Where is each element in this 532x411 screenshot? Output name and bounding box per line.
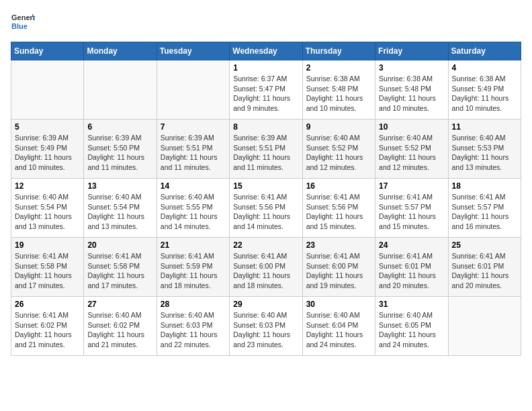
day-number: 14 [161, 181, 226, 191]
calendar-cell: 20Sunrise: 6:41 AMSunset: 5:58 PMDayligh… [84, 238, 157, 297]
day-info: Sunrise: 6:41 AMSunset: 5:56 PMDaylight:… [306, 192, 371, 232]
weekday-header-sunday: Sunday [11, 42, 84, 60]
calendar-cell: 13Sunrise: 6:40 AMSunset: 5:54 PMDayligh… [84, 179, 157, 238]
day-info: Sunrise: 6:37 AMSunset: 5:47 PMDaylight:… [233, 74, 298, 113]
calendar-cell [11, 60, 84, 120]
day-number: 1 [233, 63, 298, 73]
weekday-header-wednesday: Wednesday [230, 42, 302, 60]
calendar-cell: 18Sunrise: 6:41 AMSunset: 5:57 PMDayligh… [448, 179, 521, 238]
day-info: Sunrise: 6:39 AMSunset: 5:51 PMDaylight:… [161, 133, 226, 173]
day-info: Sunrise: 6:38 AMSunset: 5:48 PMDaylight:… [379, 74, 444, 113]
calendar-week-row: 12Sunrise: 6:40 AMSunset: 5:54 PMDayligh… [11, 179, 521, 238]
day-number: 28 [161, 300, 226, 309]
day-number: 30 [306, 300, 371, 309]
day-info: Sunrise: 6:40 AMSunset: 6:04 PMDaylight:… [306, 310, 371, 350]
day-number: 27 [87, 300, 152, 309]
weekday-header-monday: Monday [84, 42, 157, 60]
calendar-cell: 10Sunrise: 6:40 AMSunset: 5:52 PMDayligh… [375, 120, 448, 179]
day-number: 4 [452, 63, 517, 73]
day-number: 26 [15, 300, 80, 309]
calendar-cell: 3Sunrise: 6:38 AMSunset: 5:48 PMDaylight… [375, 60, 448, 120]
weekday-header-saturday: Saturday [448, 42, 521, 60]
calendar-week-row: 1Sunrise: 6:37 AMSunset: 5:47 PMDaylight… [11, 60, 521, 120]
day-number: 22 [233, 240, 298, 250]
day-number: 23 [306, 240, 371, 250]
day-info: Sunrise: 6:38 AMSunset: 5:48 PMDaylight:… [306, 74, 371, 113]
day-number: 15 [233, 181, 298, 191]
day-info: Sunrise: 6:41 AMSunset: 6:02 PMDaylight:… [15, 310, 80, 350]
day-number: 24 [379, 240, 444, 250]
calendar-week-row: 19Sunrise: 6:41 AMSunset: 5:58 PMDayligh… [11, 238, 521, 297]
day-number: 31 [379, 300, 444, 309]
day-number: 25 [452, 240, 517, 250]
calendar-cell: 30Sunrise: 6:40 AMSunset: 6:04 PMDayligh… [302, 297, 375, 356]
day-info: Sunrise: 6:41 AMSunset: 5:57 PMDaylight:… [452, 192, 517, 232]
day-info: Sunrise: 6:40 AMSunset: 6:02 PMDaylight:… [87, 310, 152, 350]
day-info: Sunrise: 6:41 AMSunset: 6:01 PMDaylight:… [379, 251, 444, 291]
day-number: 13 [87, 181, 152, 191]
day-number: 21 [161, 240, 226, 250]
page-header: General Blue [11, 11, 521, 35]
calendar-table: SundayMondayTuesdayWednesdayThursdayFrid… [11, 42, 521, 356]
day-number: 12 [15, 181, 80, 191]
calendar-cell: 26Sunrise: 6:41 AMSunset: 6:02 PMDayligh… [11, 297, 84, 356]
day-info: Sunrise: 6:40 AMSunset: 5:55 PMDaylight:… [161, 192, 226, 232]
day-number: 18 [452, 181, 517, 191]
day-number: 29 [233, 300, 298, 309]
calendar-cell: 4Sunrise: 6:38 AMSunset: 5:49 PMDaylight… [448, 60, 521, 120]
calendar-cell: 28Sunrise: 6:40 AMSunset: 6:03 PMDayligh… [157, 297, 229, 356]
calendar-cell: 2Sunrise: 6:38 AMSunset: 5:48 PMDaylight… [302, 60, 375, 120]
day-info: Sunrise: 6:41 AMSunset: 5:59 PMDaylight:… [161, 251, 226, 291]
calendar-cell: 24Sunrise: 6:41 AMSunset: 6:01 PMDayligh… [375, 238, 448, 297]
day-number: 10 [379, 122, 444, 132]
calendar-cell: 14Sunrise: 6:40 AMSunset: 5:55 PMDayligh… [157, 179, 229, 238]
calendar-cell: 25Sunrise: 6:41 AMSunset: 6:01 PMDayligh… [448, 238, 521, 297]
logo-svg: General Blue [11, 11, 35, 35]
calendar-cell: 1Sunrise: 6:37 AMSunset: 5:47 PMDaylight… [230, 60, 302, 120]
day-info: Sunrise: 6:40 AMSunset: 5:52 PMDaylight:… [306, 133, 371, 173]
svg-text:General: General [11, 13, 35, 21]
calendar-cell: 27Sunrise: 6:40 AMSunset: 6:02 PMDayligh… [84, 297, 157, 356]
calendar-cell: 17Sunrise: 6:41 AMSunset: 5:57 PMDayligh… [375, 179, 448, 238]
calendar-cell [448, 297, 521, 356]
calendar-cell [157, 60, 229, 120]
calendar-cell: 29Sunrise: 6:40 AMSunset: 6:03 PMDayligh… [230, 297, 302, 356]
day-info: Sunrise: 6:39 AMSunset: 5:51 PMDaylight:… [233, 133, 298, 173]
calendar-week-row: 26Sunrise: 6:41 AMSunset: 6:02 PMDayligh… [11, 297, 521, 356]
day-info: Sunrise: 6:40 AMSunset: 6:05 PMDaylight:… [379, 310, 444, 350]
day-number: 19 [15, 240, 80, 250]
calendar-cell: 19Sunrise: 6:41 AMSunset: 5:58 PMDayligh… [11, 238, 84, 297]
weekday-header-row: SundayMondayTuesdayWednesdayThursdayFrid… [11, 42, 521, 60]
day-number: 5 [15, 122, 80, 132]
day-info: Sunrise: 6:41 AMSunset: 5:57 PMDaylight:… [379, 192, 444, 232]
day-info: Sunrise: 6:39 AMSunset: 5:49 PMDaylight:… [15, 133, 80, 173]
day-info: Sunrise: 6:41 AMSunset: 6:00 PMDaylight:… [306, 251, 371, 291]
calendar-cell: 7Sunrise: 6:39 AMSunset: 5:51 PMDaylight… [157, 120, 229, 179]
day-number: 9 [306, 122, 371, 132]
calendar-cell: 12Sunrise: 6:40 AMSunset: 5:54 PMDayligh… [11, 179, 84, 238]
calendar-cell: 11Sunrise: 6:40 AMSunset: 5:53 PMDayligh… [448, 120, 521, 179]
logo: General Blue [11, 11, 35, 35]
day-number: 7 [161, 122, 226, 132]
calendar-cell: 16Sunrise: 6:41 AMSunset: 5:56 PMDayligh… [302, 179, 375, 238]
day-info: Sunrise: 6:41 AMSunset: 5:58 PMDaylight:… [15, 251, 80, 291]
calendar-week-row: 5Sunrise: 6:39 AMSunset: 5:49 PMDaylight… [11, 120, 521, 179]
weekday-header-tuesday: Tuesday [157, 42, 229, 60]
calendar-cell: 23Sunrise: 6:41 AMSunset: 6:00 PMDayligh… [302, 238, 375, 297]
calendar-cell: 6Sunrise: 6:39 AMSunset: 5:50 PMDaylight… [84, 120, 157, 179]
day-number: 16 [306, 181, 371, 191]
weekday-header-thursday: Thursday [302, 42, 375, 60]
day-info: Sunrise: 6:40 AMSunset: 6:03 PMDaylight:… [161, 310, 226, 350]
day-number: 11 [452, 122, 517, 132]
day-info: Sunrise: 6:40 AMSunset: 5:54 PMDaylight:… [87, 192, 152, 232]
day-info: Sunrise: 6:40 AMSunset: 5:52 PMDaylight:… [379, 133, 444, 173]
weekday-header-friday: Friday [375, 42, 448, 60]
calendar-cell: 22Sunrise: 6:41 AMSunset: 6:00 PMDayligh… [230, 238, 302, 297]
day-number: 8 [233, 122, 298, 132]
day-number: 6 [87, 122, 152, 132]
day-info: Sunrise: 6:41 AMSunset: 5:56 PMDaylight:… [233, 192, 298, 232]
day-info: Sunrise: 6:41 AMSunset: 6:00 PMDaylight:… [233, 251, 298, 291]
calendar-cell: 31Sunrise: 6:40 AMSunset: 6:05 PMDayligh… [375, 297, 448, 356]
day-info: Sunrise: 6:41 AMSunset: 6:01 PMDaylight:… [452, 251, 517, 291]
day-info: Sunrise: 6:39 AMSunset: 5:50 PMDaylight:… [87, 133, 152, 173]
